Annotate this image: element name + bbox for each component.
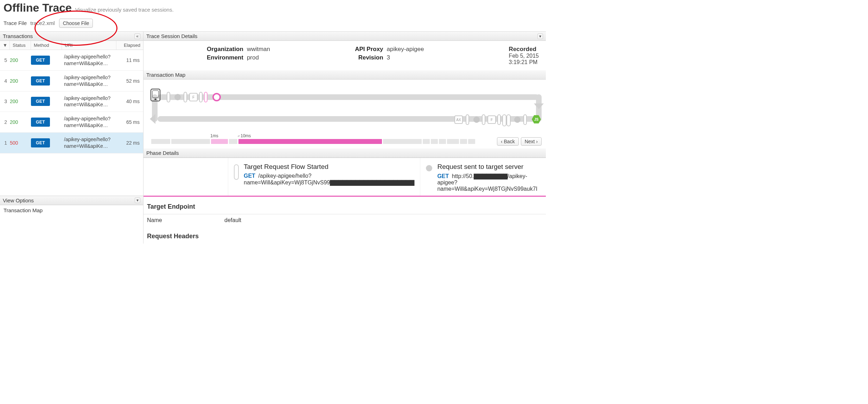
status-code: 200 (10, 119, 31, 125)
flow-step-icon[interactable] (199, 92, 203, 102)
recorded-time: 3:19:21 PM (509, 59, 539, 65)
elapsed-text: 52 ms (116, 78, 143, 84)
timing-seg (238, 139, 382, 144)
method-label: GET (244, 173, 255, 179)
flow-step-icon[interactable] (167, 92, 170, 102)
phase-details-title: Phase Details (146, 150, 179, 156)
view-options-toggle[interactable]: ▾ (135, 197, 140, 203)
flow-step-icon[interactable] (497, 114, 501, 125)
timing-seg (423, 139, 430, 144)
page-subtitle: Visualize previously saved trace session… (75, 7, 174, 13)
row-index: 3 (0, 99, 10, 104)
timing-seg (383, 139, 422, 144)
phase-pill-icon (234, 164, 239, 180)
env-value: prod (247, 54, 270, 61)
proxy-label: API Proxy (355, 46, 383, 53)
flow-step-icon[interactable] (174, 94, 181, 100)
timing-seg (211, 139, 228, 144)
flow-step-icon[interactable] (502, 114, 510, 125)
transaction-row[interactable]: 2200GET/apikey-apigee/hello?name=Will&ap… (0, 112, 143, 133)
trace-file-label: Trace File (4, 20, 27, 26)
view-options-title: View Options (3, 197, 34, 203)
method-badge: GET (31, 56, 50, 65)
timing-seg (431, 139, 438, 144)
arrow-left-icon (150, 114, 155, 124)
flow-policy-icon[interactable]: AX (454, 115, 463, 124)
uri-text: /apikey-apigee/hello?name=Will&apiKe… (62, 136, 116, 150)
col-elapsed[interactable]: Elapsed (116, 41, 143, 50)
uri-text: /apikey-apigee/hello?name=Will&apiKe… (62, 74, 116, 88)
target-endpoint-name-label: Name (143, 214, 221, 227)
elapsed-text: 11 ms (116, 57, 143, 63)
choose-file-button[interactable]: Choose File (59, 19, 93, 28)
timing-label: 1ms (210, 133, 218, 138)
elapsed-text: 65 ms (116, 119, 143, 125)
col-uri[interactable]: URI (62, 41, 116, 50)
method-badge: GET (31, 118, 50, 127)
col-sort-icon[interactable]: ▼ (0, 41, 10, 50)
flow-step-icon[interactable] (473, 116, 480, 123)
row-index: 2 (0, 119, 10, 125)
client-icon[interactable] (151, 89, 160, 101)
rev-value: 3 (387, 54, 424, 61)
phase-url: /apikey-apigee/hello?name=Will&apiKey=Wj… (244, 173, 414, 185)
target-endpoint-name-value: default (221, 214, 546, 227)
target-endpoint-heading: Target Endpoint (143, 200, 546, 214)
row-index: 5 (0, 57, 10, 63)
page-title: Offline Trace (4, 1, 72, 14)
timing-bar[interactable]: 1ms 10ms (151, 139, 491, 144)
col-status[interactable]: Status (10, 41, 31, 50)
col-method[interactable]: Method (31, 41, 62, 50)
uri-text: /apikey-apigee/hello?name=Will&apiKe… (62, 95, 116, 108)
request-headers-heading: Request Headers (143, 226, 546, 244)
transaction-row[interactable]: 3200GET/apikey-apigee/hello?name=Will&ap… (0, 91, 143, 112)
method-badge: GET (31, 138, 50, 147)
status-code: 500 (10, 140, 31, 146)
uri-text: /apikey-apigee/hello?name=Will&apiKe… (62, 53, 116, 67)
timing-seg (447, 139, 459, 144)
trace-file-name: trace2.xml (30, 20, 55, 26)
flow-step-icon[interactable] (184, 92, 187, 102)
arrow-down-icon (534, 103, 544, 109)
flow-step-icon[interactable] (482, 114, 485, 125)
timing-seg (151, 139, 170, 144)
session-details-toggle[interactable]: ▾ (537, 33, 543, 39)
next-button[interactable]: Next › (521, 137, 542, 146)
session-details-title: Trace Session Details (146, 33, 197, 39)
phase-card[interactable]: Request sent to target server GET http:/… (420, 158, 546, 196)
collapse-transactions-button[interactable]: « (134, 33, 140, 39)
org-value: wwitman (247, 46, 270, 53)
flow-policy-icon[interactable]: F (487, 115, 496, 124)
transaction-map[interactable]: F AX F JS (143, 80, 546, 136)
timing-label: 10ms (238, 133, 251, 138)
phase-title: Target Request Flow Started (244, 163, 414, 171)
env-label: Environment (207, 54, 243, 61)
timing-seg (229, 139, 237, 144)
status-code: 200 (10, 78, 31, 84)
method-badge: GET (31, 76, 50, 86)
flow-step-icon[interactable] (514, 116, 521, 123)
timing-seg (439, 139, 446, 144)
phase-title: Request sent to target server (437, 163, 540, 171)
status-code: 200 (10, 57, 31, 63)
flow-policy-icon[interactable]: F (189, 93, 198, 101)
flow-step-icon[interactable] (523, 114, 527, 125)
elapsed-text: 22 ms (116, 140, 143, 146)
transaction-row[interactable]: 4200GET/apikey-apigee/hello?name=Will&ap… (0, 71, 143, 91)
timing-seg (468, 139, 475, 144)
phase-card[interactable]: Target Request Flow Started GET /apikey-… (228, 158, 420, 196)
flow-step-icon[interactable] (204, 92, 208, 102)
phase-url: http://50.▇▇▇▇▇▇▇▇/apikey-apigee?name=Wi… (437, 173, 537, 192)
elapsed-text: 40 ms (116, 99, 143, 104)
row-index: 1 (0, 140, 10, 146)
recorded-date: Feb 5, 2015 (509, 53, 539, 59)
method-badge: GET (31, 97, 50, 106)
proxy-value: apikey-apigee (387, 46, 424, 53)
back-button[interactable]: ‹ Back (497, 137, 519, 146)
transaction-row[interactable]: 1500GET/apikey-apigee/hello?name=Will&ap… (0, 133, 143, 153)
flow-step-icon[interactable] (466, 114, 469, 125)
org-label: Organization (207, 46, 243, 53)
transaction-row[interactable]: 5200GET/apikey-apigee/hello?name=Will&ap… (0, 50, 143, 71)
flow-selected-icon[interactable] (212, 93, 221, 101)
view-option-transaction-map[interactable]: Transaction Map (0, 205, 143, 215)
